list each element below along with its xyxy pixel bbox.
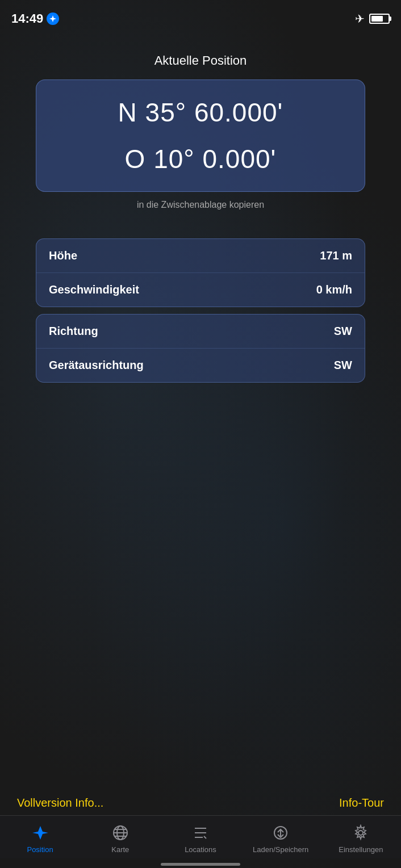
karte-tab-icon: [110, 823, 131, 843]
copy-hint[interactable]: in die Zwischenablage kopieren: [137, 200, 264, 210]
tab-einstellungen[interactable]: Einstellungen: [332, 823, 389, 854]
speed-row: Geschwindigkeit 0 km/h: [36, 273, 365, 307]
page-title: Aktuelle Position: [154, 53, 247, 68]
status-time: 14:49: [11, 11, 59, 26]
device-orientation-row: Gerätausrichtung SW: [36, 349, 365, 382]
altitude-label: Höhe: [49, 249, 77, 262]
direction-card: Richtung SW Gerätausrichtung SW: [36, 314, 365, 383]
device-orientation-value: SW: [334, 359, 352, 372]
info-tour-link[interactable]: Info-Tour: [339, 796, 384, 810]
position-tab-label: Position: [27, 845, 53, 854]
einstellungen-tab-label: Einstellungen: [339, 845, 383, 854]
longitude-display: O 10° 0.000': [125, 144, 277, 174]
coordinates-card[interactable]: N 35° 60.000' O 10° 0.000': [36, 79, 365, 192]
altitude-row: Höhe 171 m: [36, 239, 365, 273]
device-orientation-label: Gerätausrichtung: [49, 359, 144, 372]
home-indicator: [161, 863, 240, 866]
time-display: 14:49: [11, 11, 43, 26]
battery-icon: [369, 14, 390, 24]
altitude-speed-card: Höhe 171 m Geschwindigkeit 0 km/h: [36, 238, 365, 307]
speed-value: 0 km/h: [316, 283, 352, 296]
airplane-icon: ✈: [355, 12, 365, 26]
status-bar: 14:49 ✈: [0, 0, 401, 31]
battery-fill: [371, 16, 383, 22]
tab-laden[interactable]: Laden/Speichern: [252, 823, 309, 854]
altitude-value: 171 m: [320, 249, 352, 262]
tab-position[interactable]: Position: [12, 823, 69, 854]
position-tab-icon: [30, 823, 51, 843]
locations-tab-label: Locations: [185, 845, 216, 854]
tab-karte[interactable]: Karte: [92, 823, 149, 854]
einstellungen-tab-icon: [350, 823, 371, 843]
laden-tab-icon: [270, 823, 291, 843]
direction-value: SW: [334, 325, 352, 338]
vollversion-link[interactable]: Vollversion Info...: [17, 796, 103, 810]
tab-bar: Position Karte: [0, 815, 401, 858]
direction-row: Richtung SW: [36, 315, 365, 349]
laden-tab-label: Laden/Speichern: [253, 845, 308, 854]
latitude-display: N 35° 60.000': [118, 97, 283, 128]
locations-tab-icon: [190, 823, 211, 843]
info-cards: Höhe 171 m Geschwindigkeit 0 km/h Richtu…: [36, 238, 365, 389]
location-active-icon: [47, 12, 59, 25]
speed-label: Geschwindigkeit: [49, 283, 139, 296]
bottom-links: Vollversion Info... Info-Tour: [0, 785, 401, 815]
tab-locations[interactable]: Locations: [172, 823, 229, 854]
direction-label: Richtung: [49, 325, 98, 338]
svg-point-9: [358, 831, 363, 835]
status-right: ✈: [355, 12, 390, 26]
karte-tab-label: Karte: [111, 845, 129, 854]
